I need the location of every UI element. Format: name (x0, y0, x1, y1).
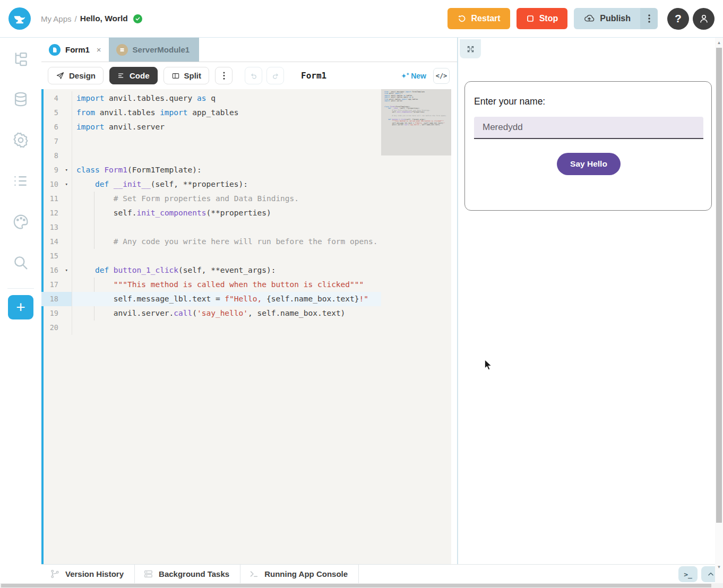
minimap[interactable]: from ._anvil_designer import Form1Templa… (381, 89, 451, 564)
line-number: 4 (41, 91, 72, 106)
open-console-button[interactable]: >_ (678, 566, 698, 582)
fold-arrow-icon[interactable]: ▾ (65, 163, 68, 177)
code-text[interactable]: def button_1_click(self, **event_args): (72, 263, 381, 278)
code-line-8[interactable]: 8 (41, 149, 381, 163)
code-text[interactable]: """This method is called when the button… (72, 278, 381, 292)
code-line-14[interactable]: 14 # Any code you write here will run be… (41, 235, 381, 249)
publish-button[interactable]: Publish (574, 8, 640, 29)
line-number: 17 (41, 278, 72, 292)
code-view-button[interactable]: Code (109, 67, 158, 84)
code-text[interactable] (72, 134, 381, 149)
help-button[interactable]: ? (667, 8, 689, 30)
code-line-13[interactable]: 13 (41, 220, 381, 235)
code-line-16[interactable]: 16▾ def button_1_click(self, **event_arg… (41, 263, 381, 278)
code-text[interactable]: # Set Form properties and Data Bindings. (72, 192, 381, 206)
fold-arrow-icon[interactable]: ▾ (65, 263, 68, 278)
more-options-button[interactable] (215, 67, 233, 84)
code-editor[interactable]: 4import anvil.tables.query as q5from anv… (41, 89, 457, 564)
running-app-console-tab[interactable]: Running App Console (240, 565, 359, 583)
close-tab-icon[interactable]: × (97, 45, 101, 54)
anvil-logo-icon[interactable] (8, 7, 31, 30)
stop-label: Stop (539, 14, 558, 23)
account-button[interactable] (693, 8, 715, 30)
sidebar-item-theme[interactable] (0, 206, 41, 237)
code-text[interactable] (72, 249, 381, 263)
scroll-down-icon[interactable]: ▼ (715, 563, 723, 571)
code-label: Code (130, 71, 150, 80)
code-text[interactable]: self.message_lbl.text = f"Hello, {self.n… (72, 292, 381, 306)
code-text[interactable]: self.init_components(**properties) (72, 206, 381, 220)
vertical-scrollbar-thumb[interactable] (716, 48, 722, 523)
chevron-up-icon (707, 570, 715, 578)
new-button[interactable]: ✦✦ New (401, 72, 426, 80)
code-lines: 4import anvil.tables.query as q5from anv… (41, 89, 381, 335)
code-line-17[interactable]: 17 """This method is called when the but… (41, 278, 381, 292)
code-line-6[interactable]: 6import anvil.server (41, 120, 381, 134)
horizontal-scrollbar[interactable] (0, 583, 723, 588)
code-text[interactable] (72, 149, 381, 163)
file-tab-bar: Form1 × ServerModule1 (41, 38, 457, 62)
sidebar-item-search[interactable] (0, 247, 41, 278)
say-hello-button[interactable]: Say Hello (557, 153, 621, 175)
tab-form1[interactable]: Form1 × (41, 38, 109, 62)
database-icon (12, 90, 30, 108)
code-line-15[interactable]: 15 (41, 249, 381, 263)
split-pane-icon (171, 72, 180, 80)
code-text[interactable] (72, 321, 381, 335)
help-label: ? (675, 12, 682, 25)
horizontal-scrollbar-thumb[interactable] (1, 584, 711, 587)
code-line-11[interactable]: 11 # Set Form properties and Data Bindin… (41, 192, 381, 206)
stop-button[interactable]: Stop (517, 8, 568, 29)
sidebar-item-data-tables[interactable] (0, 84, 41, 115)
line-number: 18 (41, 292, 72, 306)
server-module-icon (116, 44, 128, 56)
code-text[interactable]: # Any code you write here will run befor… (72, 235, 381, 249)
vertical-scrollbar[interactable]: ▲ ▼ (715, 38, 723, 583)
line-number: 19 (41, 306, 72, 321)
split-view-button[interactable]: Split (163, 67, 210, 84)
code-line-9[interactable]: 9▾class Form1(Form1Template): (41, 163, 381, 177)
add-component-button[interactable]: + (8, 295, 33, 319)
line-number: 15 (41, 249, 72, 263)
code-text[interactable]: def __init__(self, **properties): (72, 177, 381, 192)
code-line-19[interactable]: 19 anvil.server.call('say_hello', self.n… (41, 306, 381, 321)
editor-right-gap (451, 89, 457, 564)
palette-icon (12, 213, 30, 231)
form-icon (49, 44, 61, 56)
sidebar-item-app-structure[interactable] (0, 43, 41, 74)
restart-button[interactable]: Restart (447, 8, 510, 29)
version-history-tab[interactable]: Version History (41, 565, 135, 583)
code-line-7[interactable]: 7 (41, 134, 381, 149)
code-line-5[interactable]: 5from anvil.tables import app_tables (41, 106, 381, 120)
code-text[interactable] (72, 220, 381, 235)
code-text[interactable]: class Form1(Form1Template): (72, 163, 381, 177)
scroll-up-icon[interactable]: ▲ (715, 39, 723, 47)
sidebar-item-outline[interactable] (0, 166, 41, 196)
tab-servermodule1[interactable]: ServerModule1 (109, 38, 199, 62)
undo-button[interactable] (245, 67, 262, 84)
expand-app-button[interactable] (460, 39, 481, 58)
code-line-10[interactable]: 10▾ def __init__(self, **properties): (41, 177, 381, 192)
design-view-button[interactable]: Design (48, 67, 104, 84)
code-toggle-button[interactable]: </> (433, 68, 450, 84)
publish-more-button[interactable] (640, 8, 658, 29)
code-text[interactable]: import anvil.server (72, 120, 381, 134)
line-number: 5 (41, 106, 72, 120)
code-lines-icon (117, 72, 125, 80)
sidebar-item-settings[interactable] (0, 125, 41, 155)
code-text[interactable]: anvil.server.call('say_hello', self.name… (72, 306, 381, 321)
code-line-12[interactable]: 12 self.init_components(**properties) (41, 206, 381, 220)
bottom-bar: Version History Background Tasks Running… (41, 564, 715, 583)
code-line-4[interactable]: 4import anvil.tables.query as q (41, 91, 381, 106)
code-text[interactable]: from anvil.tables import app_tables (72, 106, 381, 120)
line-number: 13 (41, 220, 72, 235)
code-line-18[interactable]: 18 self.message_lbl.text = f"Hello, {sel… (41, 292, 381, 306)
redo-button[interactable] (266, 67, 284, 84)
code-line-20[interactable]: 20 (41, 321, 381, 335)
name-input[interactable] (474, 117, 703, 139)
breadcrumb-root[interactable]: My Apps (41, 14, 72, 23)
breadcrumb: My Apps / Hello, World (41, 14, 142, 23)
background-tasks-tab[interactable]: Background Tasks (135, 565, 240, 583)
code-text[interactable]: import anvil.tables.query as q (72, 91, 381, 106)
fold-arrow-icon[interactable]: ▾ (65, 177, 68, 192)
